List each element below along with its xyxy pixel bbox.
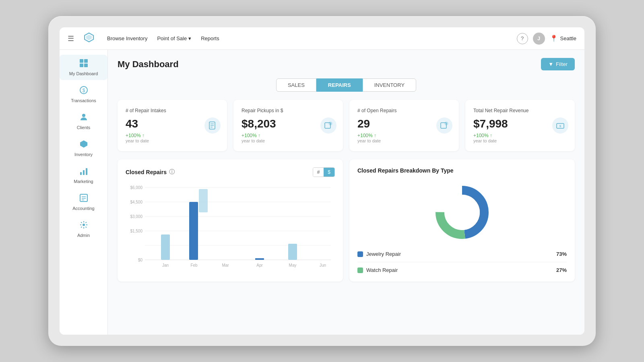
clients-icon xyxy=(79,113,88,123)
main-layout: My Dashboard $ Transactions xyxy=(60,50,584,335)
main-content: My Dashboard ▼ Filter SALES REPAIRS INVE… xyxy=(108,50,584,335)
nav-links: Browse Inventory Point of Sale ▾ Reports xyxy=(107,35,507,41)
sidebar-item-transactions[interactable]: $ Transactions xyxy=(60,82,107,107)
stats-row: # of Repair Intakes 43 +100% ↑ year to d… xyxy=(118,100,575,151)
donut-container: Jewelry Repair 73% Watch Repair 27% xyxy=(357,180,567,273)
legend-dot-jewelry xyxy=(357,251,363,257)
svg-rect-5 xyxy=(84,64,88,67)
svg-text:$3,000: $3,000 xyxy=(130,214,142,219)
stat-card-repair-pickups: Repair Pickups in $ $8,203 +100% ↑ year … xyxy=(233,100,343,151)
sidebar-item-admin-label: Admin xyxy=(77,233,90,238)
svg-rect-11 xyxy=(83,170,85,175)
svg-text:$: $ xyxy=(82,88,85,93)
chart-header-bar: Closed Repairs ⓘ # $ xyxy=(126,167,335,177)
help-button[interactable]: ? xyxy=(517,33,528,44)
charts-row: Closed Repairs ⓘ # $ xyxy=(118,159,575,282)
legend-item-watch: Watch Repair 27% xyxy=(357,267,567,273)
marketing-icon xyxy=(79,167,88,177)
svg-rect-42 xyxy=(199,189,208,212)
svg-rect-12 xyxy=(86,168,87,175)
svg-text:$1,500: $1,500 xyxy=(130,229,142,233)
stat-icon-2 xyxy=(436,117,452,134)
user-avatar[interactable]: J xyxy=(533,33,545,45)
svg-rect-43 xyxy=(255,258,264,260)
logo-icon xyxy=(84,32,94,45)
stat-period-1: year to date xyxy=(242,138,335,143)
tab-bar: SALES REPAIRS INVENTORY xyxy=(118,78,575,92)
info-icon[interactable]: ⓘ xyxy=(169,169,175,176)
sidebar-item-inventory-label: Inventory xyxy=(74,152,93,157)
donut-legend: Jewelry Repair 73% Watch Repair 27% xyxy=(357,251,567,273)
tab-sales[interactable]: SALES xyxy=(276,78,316,92)
location-label: Seattle xyxy=(560,35,576,41)
upward-arrow-icon-0: ↑ xyxy=(142,133,144,138)
stat-title-0: # of Repair Intakes xyxy=(126,108,219,113)
sidebar-item-dashboard[interactable]: My Dashboard xyxy=(60,55,107,80)
hamburger-icon[interactable]: ☰ xyxy=(68,34,74,43)
stat-icon-1: ✓ xyxy=(320,117,336,134)
svg-text:✓: ✓ xyxy=(330,123,332,125)
legend-label-watch: Watch Repair xyxy=(366,267,398,273)
svg-rect-13 xyxy=(80,194,87,202)
sidebar-item-inventory[interactable]: Inventory xyxy=(60,136,107,161)
sidebar-item-marketing[interactable]: Marketing xyxy=(60,162,107,188)
page-header: My Dashboard ▼ Filter xyxy=(118,58,575,70)
transactions-icon: $ xyxy=(79,86,88,97)
svg-text:Jun: Jun xyxy=(320,263,326,267)
breakdown-chart: Closed Repairs Breakdown By Type xyxy=(349,159,575,282)
nav-point-of-sale[interactable]: Point of Sale ▾ xyxy=(157,35,191,41)
svg-text:Mar: Mar xyxy=(222,263,229,267)
bar-chart-svg: $6,000 $4,500 $3,000 $1,500 $0 xyxy=(126,183,335,272)
svg-rect-44 xyxy=(288,244,297,260)
legend-pct-jewelry: 73% xyxy=(556,251,567,257)
svg-marker-1 xyxy=(86,35,92,40)
tab-repairs[interactable]: REPAIRS xyxy=(316,78,363,92)
nav-browse-inventory[interactable]: Browse Inventory xyxy=(107,35,147,41)
chart-header-donut: Closed Repairs Breakdown By Type xyxy=(357,167,567,174)
sidebar-item-transactions-label: Transactions xyxy=(71,98,96,103)
filter-button[interactable]: ▼ Filter xyxy=(541,58,575,70)
sidebar-item-marketing-label: Marketing xyxy=(74,179,93,184)
sidebar-item-admin[interactable]: Admin xyxy=(60,216,107,242)
svg-marker-9 xyxy=(80,140,87,148)
svg-rect-3 xyxy=(84,59,88,63)
svg-text:$4,500: $4,500 xyxy=(130,200,142,204)
svg-point-26 xyxy=(445,122,448,125)
stat-icon-0 xyxy=(204,117,221,134)
toggle-dollar-button[interactable]: $ xyxy=(324,168,334,177)
svg-text:Apr: Apr xyxy=(256,263,263,267)
sidebar-item-clients[interactable]: Clients xyxy=(60,109,107,134)
toggle-hash-button[interactable]: # xyxy=(313,168,324,177)
stat-change-2: +100% ↑ xyxy=(357,133,451,138)
stat-title-2: # of Open Repairs xyxy=(357,108,451,113)
admin-icon xyxy=(79,220,88,231)
stat-change-3: +100% ↑ xyxy=(473,133,567,138)
svg-text:$: $ xyxy=(559,124,561,128)
svg-text:$0: $0 xyxy=(138,258,143,262)
stat-period-2: year to date xyxy=(357,138,451,143)
svg-point-17 xyxy=(83,224,85,226)
dashboard-icon xyxy=(79,59,88,70)
location-badge[interactable]: 📍 Seattle xyxy=(550,35,576,42)
svg-rect-2 xyxy=(80,59,83,63)
location-pin-icon: 📍 xyxy=(550,35,558,42)
legend-pct-watch: 27% xyxy=(556,267,567,273)
svg-rect-4 xyxy=(80,64,83,67)
chart-title-donut: Closed Repairs Breakdown By Type xyxy=(357,167,454,174)
sidebar: My Dashboard $ Transactions xyxy=(60,50,108,335)
filter-icon: ▼ xyxy=(548,61,553,67)
upward-arrow-icon-2: ↑ xyxy=(374,133,376,138)
donut-chart-svg xyxy=(430,180,494,245)
stat-title-3: Total Net Repair Revenue xyxy=(473,108,567,113)
sidebar-item-accounting[interactable]: Accounting xyxy=(60,189,107,215)
svg-rect-10 xyxy=(80,172,82,175)
chart-title-bar: Closed Repairs ⓘ xyxy=(126,169,175,176)
accounting-icon xyxy=(79,193,88,204)
tab-inventory[interactable]: INVENTORY xyxy=(363,78,416,92)
stat-card-revenue: Total Net Repair Revenue $7,998 +100% ↑ … xyxy=(465,100,575,151)
stat-title-1: Repair Pickups in $ xyxy=(242,108,335,113)
legend-item-jewelry: Jewelry Repair 73% xyxy=(357,251,567,257)
nav-reports[interactable]: Reports xyxy=(201,35,219,41)
svg-text:$6,000: $6,000 xyxy=(130,185,142,190)
svg-rect-41 xyxy=(189,202,198,260)
